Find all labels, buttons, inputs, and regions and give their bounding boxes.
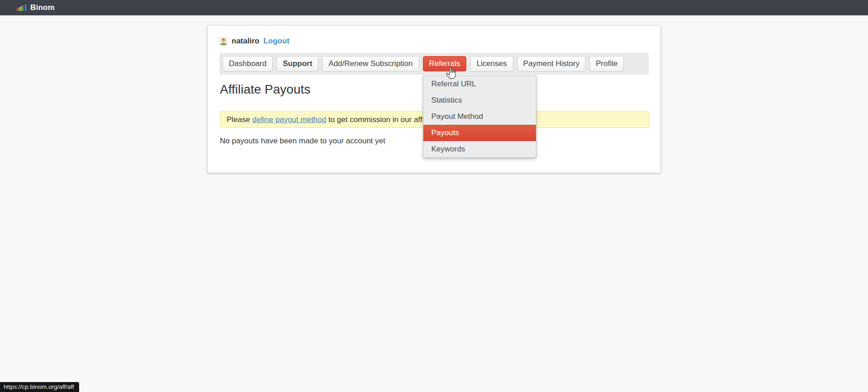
user-row: nataliro Logout (219, 37, 289, 46)
tab-dashboard[interactable]: Dashboard (223, 56, 273, 71)
tab-payment-history[interactable]: Payment History (517, 56, 586, 71)
link-preview-statusbar: https://cp.binom.org/aff/aff (0, 382, 79, 392)
menu-item-statistics[interactable]: Statistics (423, 92, 536, 109)
logout-link[interactable]: Logout (263, 37, 289, 46)
notice-text-suffix: to get commission in our affilia (326, 115, 432, 124)
tab-profile[interactable]: Profile (589, 56, 624, 71)
main-card: nataliro Logout Dashboard Support Add/Re… (208, 26, 660, 173)
brand-name: Binom (30, 3, 55, 12)
brand-logo[interactable]: Binom (17, 3, 55, 12)
tab-referrals[interactable]: Referrals (423, 56, 467, 71)
define-payout-method-link[interactable]: define payout method (252, 115, 327, 124)
referrals-dropdown-menu: Referral URL Statistics Payout Method Pa… (423, 76, 536, 158)
menu-item-referral-url[interactable]: Referral URL (423, 76, 536, 92)
username: nataliro (232, 37, 259, 46)
referrals-tab-wrap: Referrals Referral URL Statistics Payout… (423, 56, 467, 71)
notice-text-prefix: Please (227, 115, 252, 124)
page-title: Affiliate Payouts (220, 82, 310, 97)
menu-item-payouts[interactable]: Payouts (423, 125, 536, 141)
nav-tabbar: Dashboard Support Add/Renew Subscription… (219, 53, 649, 75)
empty-payouts-message: No payouts have been made to your accoun… (220, 137, 385, 146)
tab-licenses[interactable]: Licenses (470, 56, 513, 71)
bar-chart-icon (17, 5, 26, 11)
tab-add-renew-subscription[interactable]: Add/Renew Subscription (322, 56, 419, 71)
user-avatar (219, 37, 228, 45)
menu-item-payout-method[interactable]: Payout Method (423, 109, 536, 125)
menu-item-keywords[interactable]: Keywords (423, 141, 536, 157)
tab-support[interactable]: Support (276, 56, 318, 71)
top-bar: Binom (0, 0, 868, 15)
